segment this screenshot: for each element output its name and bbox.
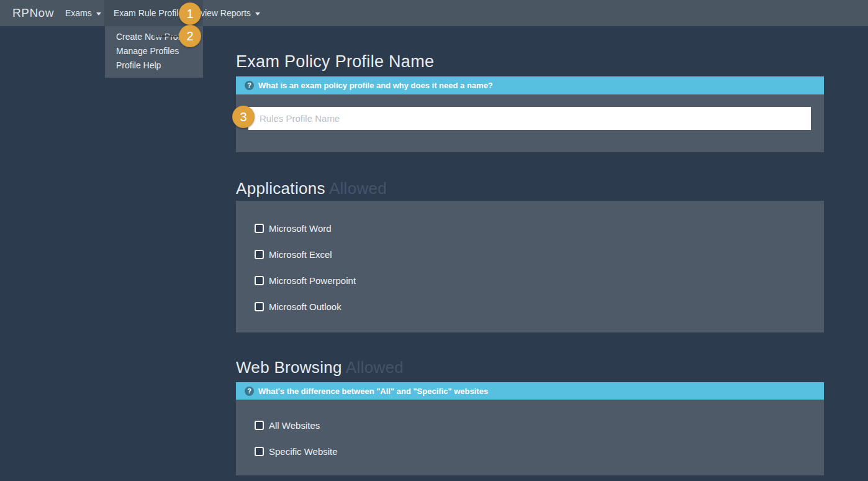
chevron-down-icon [96, 12, 101, 16]
checkbox-microsoft-powerpoint[interactable] [255, 276, 264, 285]
checkbox-all-websites[interactable] [255, 421, 264, 430]
chevron-down-icon [255, 12, 260, 16]
option-row-microsoft-powerpoint[interactable]: Microsoft Powerpoint [255, 275, 824, 285]
menu-item-profile-help[interactable]: Profile Help [105, 58, 203, 73]
nav-item-exams-label: Exams [65, 8, 92, 18]
web-browsing-panel: All Websites Specific Website [236, 400, 824, 475]
profile-name-panel [236, 94, 824, 152]
main-content: Exam Policy Profile Name ? What is an ex… [236, 26, 824, 475]
question-circle-icon: ? [245, 81, 254, 90]
nav-item-exam-rule-profile-label: Exam Rule Profile [114, 8, 183, 18]
applications-title-text: Applications [236, 179, 325, 198]
applications-section-title: Applications Allowed [236, 179, 824, 198]
option-label: Microsoft Outlook [269, 301, 341, 312]
option-label: Microsoft Powerpoint [269, 275, 356, 286]
checkbox-microsoft-word[interactable] [255, 224, 264, 233]
checkbox-microsoft-outlook[interactable] [255, 302, 264, 311]
option-row-microsoft-outlook[interactable]: Microsoft Outlook [255, 301, 824, 311]
profile-name-info-bar[interactable]: ? What is an exam policy profile and why… [236, 76, 824, 94]
annotation-step-1: 1 [179, 2, 201, 25]
web-browsing-title-text: Web Browsing [236, 358, 342, 377]
annotation-line [153, 35, 181, 37]
brand-logo[interactable]: RPNow [12, 0, 54, 26]
option-label: Specific Website [269, 446, 338, 457]
applications-subtitle: Allowed [329, 179, 387, 198]
option-row-all-websites[interactable]: All Websites [255, 420, 824, 430]
web-browsing-section-title: Web Browsing Allowed [236, 358, 824, 377]
profile-name-info-text: What is an exam policy profile and why d… [258, 81, 493, 90]
applications-panel: Microsoft Word Microsoft Excel Microsoft… [236, 201, 824, 332]
question-circle-icon: ? [245, 387, 254, 396]
checkbox-microsoft-excel[interactable] [255, 250, 264, 259]
nav-item-exams[interactable]: Exams [65, 0, 101, 26]
option-label: All Websites [269, 420, 320, 431]
rules-profile-name-input[interactable] [248, 107, 811, 130]
option-label: Microsoft Word [269, 223, 332, 234]
option-row-microsoft-excel[interactable]: Microsoft Excel [255, 249, 824, 259]
checkbox-specific-website[interactable] [255, 447, 264, 456]
annotation-step-3: 3 [232, 106, 255, 128]
option-row-microsoft-word[interactable]: Microsoft Word [255, 223, 824, 233]
page-title: Exam Policy Profile Name [236, 52, 824, 71]
top-navbar: RPNow Exams Exam Rule Profile Review Rep… [0, 0, 868, 26]
annotation-step-2: 2 [179, 25, 201, 47]
option-label: Microsoft Excel [269, 249, 332, 260]
web-browsing-info-text: What's the difference between "All" and … [258, 387, 488, 396]
web-browsing-subtitle: Allowed [346, 358, 404, 377]
web-browsing-info-bar[interactable]: ? What's the difference between "All" an… [236, 382, 824, 400]
option-row-specific-website[interactable]: Specific Website [255, 446, 824, 456]
